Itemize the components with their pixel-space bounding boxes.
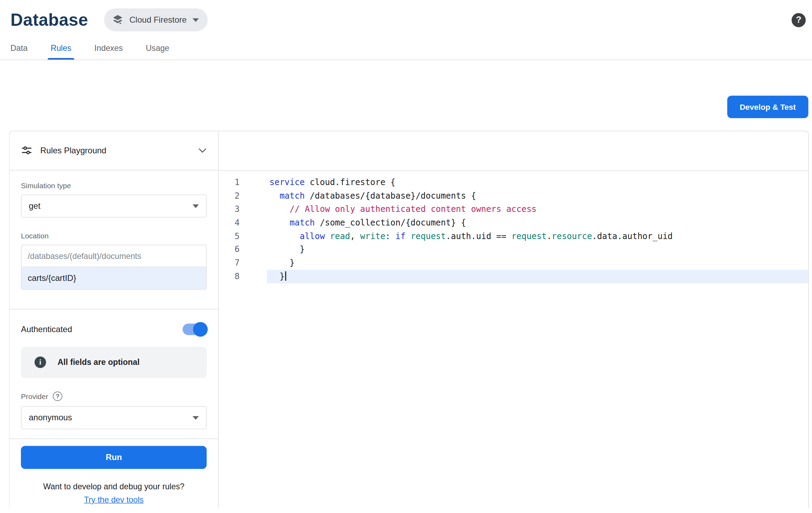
- dev-tools-link[interactable]: Try the dev tools: [84, 495, 144, 504]
- code-line-4[interactable]: 4 match /some_collection/{document} {: [219, 216, 809, 230]
- code-line-6[interactable]: 6 }: [219, 243, 809, 256]
- line-number: 8: [219, 270, 267, 283]
- chevron-down-icon: [193, 416, 199, 420]
- info-message: All fields are optional: [58, 358, 140, 367]
- info-icon: i: [35, 357, 46, 368]
- rules-playground-header[interactable]: Rules Playground: [9, 131, 218, 171]
- provider-label: Provider: [21, 392, 48, 400]
- tab-data[interactable]: Data: [10, 37, 28, 60]
- tab-bar: Data Rules Indexes Usage: [0, 37, 812, 60]
- playground-footer: Run Want to develop and debug your rules…: [9, 439, 218, 505]
- code-line-1[interactable]: 1service cloud.firestore {: [219, 176, 809, 189]
- line-number: 1: [219, 176, 267, 189]
- rules-playground-sidebar: Rules Playground Simulation type get Loc…: [9, 131, 219, 508]
- chevron-down-icon: [193, 18, 199, 22]
- line-number: 2: [219, 189, 267, 203]
- rules-panel: Rules Playground Simulation type get Loc…: [9, 131, 809, 508]
- rules-editor: 1service cloud.firestore {2 match /datab…: [219, 131, 809, 508]
- location-input[interactable]: carts/{cartID}: [22, 267, 206, 289]
- provider-select[interactable]: anonymous: [21, 406, 207, 429]
- line-number: 7: [219, 256, 267, 270]
- develop-and-test-button[interactable]: Develop & Test: [727, 96, 809, 118]
- simulation-type-select[interactable]: get: [21, 194, 207, 217]
- simulation-type-value: get: [29, 201, 40, 211]
- line-number: 6: [219, 243, 267, 256]
- page-title: Database: [10, 10, 88, 30]
- code-line-7[interactable]: 7 }: [219, 256, 809, 270]
- simulation-section: Simulation type get Location /databases/…: [9, 170, 218, 290]
- app-header: Database Cloud Firestore ?: [0, 0, 812, 37]
- code-line-3[interactable]: 3 // Allow only authenticated content ow…: [219, 202, 809, 216]
- provider-value: anonymous: [29, 413, 72, 422]
- editor-header: [219, 131, 809, 171]
- info-banner: i All fields are optional: [21, 347, 207, 378]
- line-number: 4: [219, 216, 267, 230]
- rules-toolbar: Develop & Test: [0, 60, 812, 131]
- product-chip-label: Cloud Firestore: [129, 15, 187, 25]
- rules-playground-title: Rules Playground: [40, 146, 106, 155]
- text-cursor: [285, 271, 286, 281]
- code-line-8[interactable]: 8 }: [219, 270, 809, 283]
- line-number: 3: [219, 202, 267, 216]
- collapse-chevron-down-icon[interactable]: [198, 148, 207, 153]
- chevron-down-icon: [193, 204, 199, 208]
- code-line-5[interactable]: 5 allow read, write: if request.auth.uid…: [219, 229, 809, 243]
- help-icon: ?: [796, 15, 802, 25]
- tab-indexes[interactable]: Indexes: [95, 37, 123, 60]
- product-selector-chip[interactable]: Cloud Firestore: [104, 8, 208, 31]
- simulation-type-label: Simulation type: [21, 182, 207, 190]
- code-lines[interactable]: 1service cloud.firestore {2 match /datab…: [219, 171, 809, 508]
- auth-section: Authenticated i All fields are optional …: [9, 309, 218, 429]
- location-prefix: /databases/(default)/documents: [22, 245, 206, 267]
- provider-help-icon[interactable]: ?: [53, 392, 62, 401]
- code-line-2[interactable]: 2 match /databases/{database}/documents …: [219, 189, 809, 203]
- authenticated-label: Authenticated: [21, 325, 72, 334]
- tune-icon: [21, 145, 32, 156]
- help-button[interactable]: ?: [792, 13, 806, 27]
- tab-rules[interactable]: Rules: [51, 37, 71, 60]
- authenticated-toggle[interactable]: [183, 324, 207, 335]
- firestore-icon: [112, 14, 124, 26]
- location-label: Location: [21, 232, 207, 240]
- run-button[interactable]: Run: [21, 446, 207, 469]
- dev-tools-question: Want to develop and debug your rules?: [21, 482, 207, 491]
- location-field[interactable]: /databases/(default)/documents carts/{ca…: [21, 245, 207, 290]
- tab-usage[interactable]: Usage: [146, 37, 169, 60]
- firebase-database-page: Database Cloud Firestore ? Data Rules In…: [0, 0, 812, 513]
- line-number: 5: [219, 229, 267, 243]
